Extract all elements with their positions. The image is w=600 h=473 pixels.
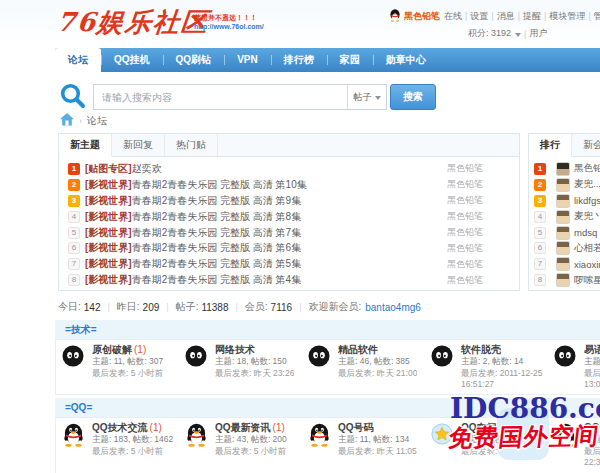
thread-tab[interactable]: 热门贴 xyxy=(165,134,218,156)
member-avatar[interactable] xyxy=(556,226,570,240)
forum-lastpost-time: 13:02:4 xyxy=(584,379,600,391)
username-link[interactable]: 黑色铅笔 xyxy=(404,10,440,23)
forum-name-link[interactable]: 易语言交流 xyxy=(584,343,600,356)
qq-penguin-icon[interactable] xyxy=(308,423,332,447)
member-avatar[interactable] xyxy=(556,178,570,192)
search-input[interactable] xyxy=(94,85,347,109)
thread-author-link[interactable]: 黑色铅笔 xyxy=(439,274,483,287)
black-face-icon[interactable] xyxy=(431,345,455,369)
thread-author-link[interactable]: 黑色铅笔 xyxy=(439,162,483,175)
member-avatar[interactable] xyxy=(556,162,570,176)
thread-row: 1[贴图专区]赵奕欢黑色铅笔 xyxy=(68,161,483,177)
forum-name-link[interactable]: 软件脱壳 xyxy=(461,343,543,356)
forum-lastpost: 最后发表: 5 小时前 xyxy=(92,446,173,458)
thread-title: 青春期2青春失乐园 完整版 高清 第5集 xyxy=(132,257,301,271)
separator: | xyxy=(465,11,467,21)
member-name-link[interactable]: 黑色铅笔 xyxy=(574,162,600,175)
user-link[interactable]: 消息 xyxy=(497,11,515,21)
qq-penguin-icon[interactable] xyxy=(62,423,86,447)
nav-tab[interactable]: QQ刷钻 xyxy=(163,48,225,72)
forum-name-link[interactable]: 网络技术 xyxy=(215,343,294,356)
thread-title-link[interactable]: [影视世界]青春期2青春失乐园 完整版 高清 第8集 xyxy=(85,210,439,224)
thread-tab[interactable]: 新回复 xyxy=(112,134,165,156)
member-avatar[interactable] xyxy=(556,257,570,271)
forum-lastpost: 最后发表 xyxy=(584,368,600,380)
search-button[interactable]: 搜索 xyxy=(390,84,436,110)
member-avatar[interactable] xyxy=(556,273,570,287)
user-group-label[interactable]: 用户 xyxy=(529,27,547,40)
nav-tab[interactable]: VPN xyxy=(224,48,271,72)
separator: | xyxy=(491,11,493,21)
user-link[interactable]: 管理中心 xyxy=(594,11,600,21)
nav-tab[interactable]: QQ挂机 xyxy=(101,48,163,72)
black-face-icon[interactable] xyxy=(554,345,578,369)
forum-info: 精品软件主题: 46, 帖数: 385最后发表: 昨天 21:00 xyxy=(338,343,417,394)
thread-title-link[interactable]: [影视世界]青春期2青春失乐园 完整版 高清 第4集 xyxy=(85,273,439,287)
black-face-icon[interactable] xyxy=(308,345,332,369)
forum-name-link[interactable]: 原创破解(1) xyxy=(92,343,163,356)
separator: | xyxy=(235,302,237,312)
forum-name-link[interactable]: QQ号码 xyxy=(338,421,417,434)
member-name-link[interactable]: 啰嗦星 xyxy=(574,274,600,287)
stat-label: 会员: xyxy=(245,300,268,314)
member-name-link[interactable]: 麦兜...小峰 xyxy=(574,178,600,191)
user-link[interactable]: 提醒 xyxy=(523,11,541,21)
member-tab[interactable]: 排行 xyxy=(529,134,572,157)
welcome-user-link[interactable]: bantao4mg6 xyxy=(365,302,421,313)
user-link[interactable]: 设置 xyxy=(470,11,488,21)
thread-panel: 新主题新回复热门贴 1[贴图专区]赵奕欢黑色铅笔2[影视世界]青春期2青春失乐园… xyxy=(58,133,520,291)
member-row: 2麦兜...小峰 xyxy=(534,177,600,193)
user-link[interactable]: 模块管理 xyxy=(549,11,585,21)
home-icon[interactable] xyxy=(60,113,74,128)
member-row: 7xiaoxing123 xyxy=(534,256,600,272)
thread-author-link[interactable]: 黑色铅笔 xyxy=(439,226,483,239)
member-tab[interactable]: 新会员 xyxy=(572,134,600,156)
thread-title-link[interactable]: [影视世界]青春期2青春失乐园 完整版 高清 第7集 xyxy=(85,226,439,240)
thread-title-link[interactable]: [影视世界]青春期2青春失乐园 完整版 高清 第9集 xyxy=(85,194,439,208)
thread-title-link[interactable]: [贴图专区]赵奕欢 xyxy=(85,162,439,176)
thread-author-link[interactable]: 黑色铅笔 xyxy=(439,210,483,223)
thread-title-link[interactable]: [影视世界]青春期2青春失乐园 完整版 高清 第10集 xyxy=(85,178,439,192)
nav-tab[interactable]: 勋章中心 xyxy=(373,48,439,72)
forum-name-link[interactable]: QQ最新资讯(1) xyxy=(215,421,287,434)
member-name-link[interactable]: xiaoxing123 xyxy=(574,259,600,270)
member-rank-badge: 1 xyxy=(534,163,546,175)
forum-name-link[interactable]: QQ技术交流(1) xyxy=(92,421,173,434)
black-face-icon[interactable] xyxy=(185,345,209,369)
breadcrumb-current[interactable]: 论坛 xyxy=(87,114,107,128)
forum-lastpost: 最后发表: 2011-12-25 xyxy=(461,368,543,380)
member-name-link[interactable]: mdsq xyxy=(574,227,597,238)
thread-author-link[interactable]: 黑色铅笔 xyxy=(439,242,483,255)
member-rank-badge: 3 xyxy=(534,195,546,207)
watermark-slogan: 免费国外空间 xyxy=(447,420,600,455)
thread-prefix: [影视世界] xyxy=(85,194,132,208)
member-avatar[interactable] xyxy=(556,194,570,208)
nav-tab[interactable]: 排行榜 xyxy=(271,48,327,72)
nav-tab[interactable]: 家园 xyxy=(327,48,373,72)
member-avatar[interactable] xyxy=(556,241,570,255)
credit-label[interactable]: 积分: 3192 xyxy=(468,27,511,40)
member-name-link[interactable]: 心相若则不离 xyxy=(574,242,600,255)
member-avatar[interactable] xyxy=(556,210,570,224)
thread-rank-badge: 3 xyxy=(68,195,80,207)
site-logo[interactable]: 76娱乐社区 xyxy=(55,5,211,40)
thread-author-link[interactable]: 黑色铅笔 xyxy=(439,258,483,271)
forum-name-link[interactable]: 精品软件 xyxy=(338,343,417,356)
thread-title-link[interactable]: [影视世界]青春期2青春失乐园 完整版 高清 第5集 xyxy=(85,257,439,271)
black-face-icon[interactable] xyxy=(62,345,86,369)
thread-rank-badge: 6 xyxy=(68,242,80,254)
thread-title-link[interactable]: [影视世界]青春期2青春失乐园 完整版 高清 第6集 xyxy=(85,241,439,255)
thread-author-link[interactable]: 黑色铅笔 xyxy=(439,194,483,207)
nav-tab[interactable]: 论坛 xyxy=(55,48,101,72)
forum-block: QQ最新资讯(1)主题: 43, 帖数: 200最后发表: 5 小时前 xyxy=(181,421,304,473)
member-name-link[interactable]: likdfgs xyxy=(574,195,600,206)
search-scope-dropdown[interactable]: 帖子 xyxy=(347,85,386,109)
user-link[interactable]: 在线 xyxy=(444,11,462,21)
forum-stats: 主题: 11, 帖数: 134 xyxy=(338,434,417,446)
qq-avatar-icon xyxy=(389,9,401,24)
member-rank-badge: 4 xyxy=(534,211,546,223)
qq-penguin-icon[interactable] xyxy=(185,423,209,447)
member-name-link[interactable]: 麦兜丶_A姐 xyxy=(574,210,600,223)
thread-author-link[interactable]: 黑色铅笔 xyxy=(439,178,483,191)
thread-tab[interactable]: 新主题 xyxy=(59,134,112,157)
